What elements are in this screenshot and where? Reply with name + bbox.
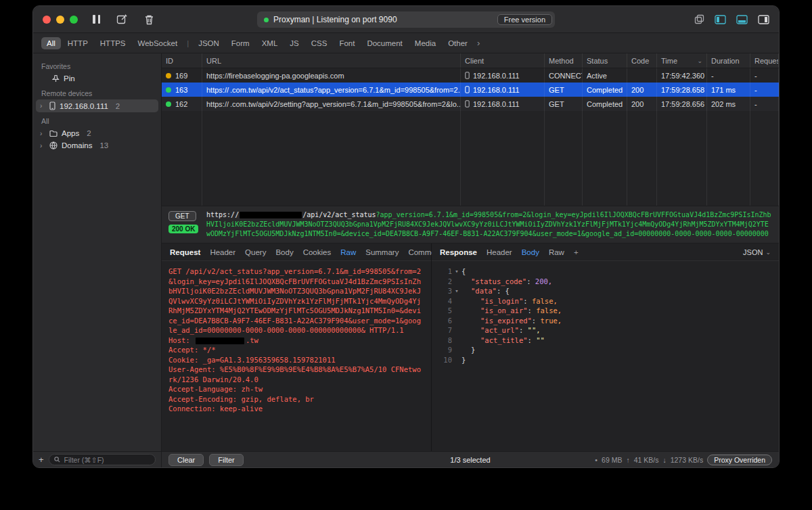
tab-request-summary[interactable]: Summary xyxy=(365,248,399,256)
close-button[interactable] xyxy=(43,16,51,24)
tab-js[interactable]: JS xyxy=(284,37,304,49)
apps-count: 2 xyxy=(87,129,91,137)
tab-request-cookies[interactable]: Cookies xyxy=(303,248,332,256)
minimize-button[interactable] xyxy=(56,16,64,24)
sidebar-section-remote-devices: Remote devices xyxy=(33,85,161,99)
search-icon xyxy=(54,457,60,463)
add-tab-button[interactable]: + xyxy=(574,248,579,256)
cell-time: 17:59:42.360 xyxy=(657,68,707,83)
table-row[interactable]: 162 https://.com.tw/api/v2/setting?app_v… xyxy=(162,97,779,111)
session-title-bar[interactable]: Proxyman | Listening on port 9090 Free v… xyxy=(257,11,555,28)
proxyman-window: Proxyman | Listening on port 9090 Free v… xyxy=(32,5,780,468)
tab-request-raw[interactable]: Raw xyxy=(340,248,356,256)
response-json-content[interactable]: 1▾{ 2"status_code": 200, 3▾"data": { 4"i… xyxy=(432,261,779,451)
tab-http[interactable]: HTTP xyxy=(62,37,93,49)
device-count: 2 xyxy=(116,102,120,110)
clear-button[interactable]: Clear xyxy=(168,454,204,466)
tab-xml[interactable]: XML xyxy=(256,37,284,49)
table-header: ID URL Client Method Status Code Time ⌄ … xyxy=(162,53,779,68)
tab-media[interactable]: Media xyxy=(409,37,441,49)
sidebar-section-favorites: Favorites xyxy=(33,57,161,72)
tab-websocket[interactable]: WebSocket xyxy=(133,37,183,49)
tab-request[interactable]: Request xyxy=(170,248,200,256)
column-header-client[interactable]: Client xyxy=(461,53,545,68)
tab-response-body[interactable]: Body xyxy=(522,248,539,256)
tab-request-query[interactable]: Query xyxy=(245,248,266,256)
tab-form[interactable]: Form xyxy=(226,37,255,49)
json-line: 4"is_login": false, xyxy=(438,296,772,306)
layout-bottom-panel-icon[interactable] xyxy=(736,15,748,24)
cell-id: 169 xyxy=(175,72,187,80)
tab-document[interactable]: Document xyxy=(361,37,407,49)
redacted-text xyxy=(240,212,302,218)
sidebar-item-domains[interactable]: › Domains 13 xyxy=(33,139,161,152)
tab-request-header[interactable]: Header xyxy=(210,248,235,256)
tab-request-body[interactable]: Body xyxy=(275,248,293,256)
tab-response[interactable]: Response xyxy=(440,248,477,256)
free-version-badge[interactable]: Free version xyxy=(497,14,552,25)
tab-response-raw[interactable]: Raw xyxy=(549,248,564,256)
zoom-button[interactable] xyxy=(70,16,78,24)
header-line: Accept-Language: zh-tw xyxy=(168,384,424,394)
fold-chevron-icon[interactable]: ▾ xyxy=(452,266,461,277)
column-header-duration[interactable]: Duration xyxy=(707,53,750,68)
tab-https[interactable]: HTTPS xyxy=(95,37,131,49)
filter-input[interactable] xyxy=(63,455,150,465)
cell-status: Completed xyxy=(583,83,627,97)
table-row-selected[interactable]: 163 https://.com.tw/api/v2/act_status?ap… xyxy=(162,83,779,97)
tab-font[interactable]: Font xyxy=(334,37,360,49)
sidebar-item-label: Pin xyxy=(64,74,75,83)
sidebar: Favorites Pin Remote devices › 192.168.0… xyxy=(33,53,162,451)
download-rate: 1273 KB/s xyxy=(671,456,703,464)
copy-icon[interactable] xyxy=(694,14,704,24)
body-format-selector[interactable]: JSON ⌄ xyxy=(743,248,771,256)
sidebar-filter-field[interactable] xyxy=(49,454,156,465)
compose-icon[interactable] xyxy=(116,14,128,25)
status-dot xyxy=(166,87,171,93)
phone-icon xyxy=(465,100,470,108)
column-header-request[interactable]: Request xyxy=(750,53,779,68)
cell-time: 17:59:28.656 xyxy=(657,97,707,111)
column-header-time[interactable]: Time ⌄ xyxy=(657,53,707,68)
column-header-url[interactable]: URL xyxy=(202,53,461,68)
upload-rate: 41 KB/s xyxy=(634,456,659,464)
table-row[interactable]: 169 https://firebaselogging-pa.googleapi… xyxy=(162,68,779,83)
sidebar-item-apps[interactable]: › Apps 2 xyxy=(33,127,161,139)
column-header-method[interactable]: Method xyxy=(545,53,583,68)
chevron-right-icon[interactable]: › xyxy=(40,102,45,110)
tab-css[interactable]: CSS xyxy=(306,37,333,49)
column-header-code[interactable]: Code xyxy=(627,53,657,68)
column-header-id[interactable]: ID xyxy=(162,53,202,68)
sidebar-section-all: All xyxy=(33,112,161,127)
tab-all[interactable]: All xyxy=(41,37,61,49)
tab-json[interactable]: JSON xyxy=(193,37,225,49)
header-line: Connection: keep-alive xyxy=(168,404,424,414)
pause-button[interactable] xyxy=(93,15,100,24)
cell-method: GET xyxy=(545,97,583,111)
proxy-overridden-badge[interactable]: Proxy Overriden xyxy=(707,455,772,465)
tabs-overflow-chevron-icon[interactable]: › xyxy=(477,38,480,48)
phone-icon xyxy=(465,72,470,79)
column-header-status[interactable]: Status xyxy=(583,53,627,68)
cell-duration: 202 ms xyxy=(707,97,750,111)
chevron-right-icon[interactable]: › xyxy=(40,130,45,137)
tab-response-header[interactable]: Header xyxy=(487,248,512,256)
tab-other[interactable]: Other xyxy=(443,37,473,49)
phone-icon xyxy=(465,86,470,93)
status-dot xyxy=(166,73,171,78)
fold-chevron-icon[interactable]: ▾ xyxy=(452,286,461,296)
sidebar-item-device[interactable]: › 192.168.0.111 2 xyxy=(36,99,158,112)
sort-chevron-icon[interactable]: ⌄ xyxy=(697,57,702,64)
cell-time: 17:59:28.658 xyxy=(657,83,707,97)
request-raw-content[interactable]: GET /api/v2/act_status?app_version=6.7.1… xyxy=(162,261,431,451)
pin-icon xyxy=(52,74,60,83)
trash-icon[interactable] xyxy=(144,14,154,25)
cell-id: 163 xyxy=(175,86,187,94)
layout-left-panel-icon[interactable] xyxy=(715,15,726,24)
add-filter-button[interactable]: + xyxy=(39,455,44,465)
layout-right-panel-icon[interactable] xyxy=(758,15,769,24)
filter-button[interactable]: Filter xyxy=(209,454,243,466)
response-panel-tabs: Response Header Body Raw + JSON ⌄ xyxy=(432,244,779,261)
sidebar-item-pin[interactable]: Pin xyxy=(33,72,161,85)
chevron-right-icon[interactable]: › xyxy=(40,142,45,149)
